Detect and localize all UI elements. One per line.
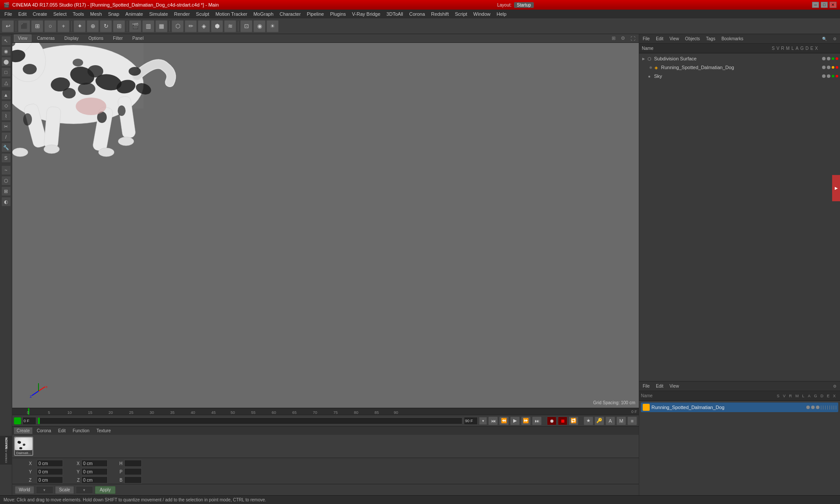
obj-menu-edit[interactable]: Edit — [654, 35, 665, 42]
polygon-mode-btn[interactable]: ○ — [44, 20, 56, 32]
viewport[interactable]: Perspective — [12, 43, 639, 408]
scale-button[interactable]: Scale — [55, 486, 74, 494]
frame-slider[interactable] — [38, 417, 462, 424]
viewport-settings-btn[interactable]: ⚙ — [619, 35, 627, 42]
hair-btn[interactable]: ≋ — [224, 20, 236, 32]
grid-tool[interactable]: ⊞ — [1, 186, 11, 196]
menu-simulate[interactable]: Simulate — [147, 10, 171, 18]
coord-scale-y-input[interactable] — [81, 468, 108, 475]
tab-options[interactable]: Options — [84, 35, 107, 42]
obj-menu-tags[interactable]: Tags — [704, 35, 717, 42]
obj-dot-red[interactable] — [836, 57, 838, 60]
obj-dot-dog-yellow[interactable] — [832, 66, 834, 69]
sculpt-btn[interactable]: ◈ — [198, 20, 210, 32]
attr-menu-file[interactable]: File — [641, 383, 651, 389]
material-dalmatian[interactable]: Dalmati... — [14, 437, 33, 456]
obj-dot-dog-grey2[interactable] — [827, 66, 830, 69]
transform-tool-btn[interactable]: ⊞ — [113, 20, 125, 32]
attr-settings-icon[interactable]: ⚙ — [831, 384, 838, 388]
world-dropdown[interactable]: ▾ — [36, 486, 53, 494]
move-tool-btn[interactable]: ✦ — [74, 20, 86, 32]
restore-button[interactable]: □ — [821, 2, 828, 8]
menu-select[interactable]: Select — [51, 10, 70, 18]
world-button[interactable]: World — [15, 486, 34, 494]
obj-settings-icon[interactable]: ⚙ — [831, 37, 838, 41]
texture-btn[interactable]: ⬢ — [211, 20, 223, 32]
loop-select[interactable]: ⬤ — [1, 57, 11, 66]
attr-dot-1[interactable] — [806, 406, 810, 409]
fps-selector[interactable]: ▾ — [479, 417, 487, 425]
coord-z-input[interactable] — [37, 476, 63, 483]
menu-character[interactable]: Character — [277, 10, 303, 18]
obj-dot-sky-grey2[interactable] — [827, 74, 830, 78]
menu-help[interactable]: Help — [494, 10, 509, 18]
light-btn[interactable]: ☀ — [266, 20, 279, 32]
start-frame-input[interactable] — [22, 417, 36, 425]
scale-dropdown[interactable]: ▾ — [76, 486, 93, 494]
obj-menu-view[interactable]: View — [668, 35, 681, 42]
bevel-tool[interactable]: ◇ — [1, 101, 11, 110]
render-to-po-btn[interactable]: ▦ — [155, 20, 168, 32]
menu-create[interactable]: Create — [30, 10, 50, 18]
goto-end-btn[interactable]: ⏭ — [532, 416, 542, 425]
expand-icon[interactable]: ▶ — [641, 56, 646, 61]
menu-edit[interactable]: Edit — [16, 10, 29, 18]
object-mode-btn[interactable]: ⊞ — [31, 20, 43, 32]
attr-menu-view[interactable]: View — [668, 383, 681, 389]
menu-snap[interactable]: Snap — [105, 10, 122, 18]
render-view-btn[interactable]: 🎬 — [129, 20, 141, 32]
smooth-tool[interactable]: ~ — [1, 165, 11, 175]
obj-menu-objects[interactable]: Objects — [683, 35, 702, 42]
select-tool[interactable]: ↖ — [1, 36, 11, 46]
menu-pipeline[interactable]: Pipeline — [304, 10, 326, 18]
record-btn[interactable]: ⏺ — [547, 416, 556, 425]
attr-dot-2[interactable] — [811, 406, 815, 409]
knife-tool[interactable]: ✂ — [1, 122, 11, 131]
menu-animate[interactable]: Animate — [123, 10, 146, 18]
mat-tab-texture[interactable]: Texture — [94, 427, 113, 434]
play-btn[interactable]: ▶ — [510, 416, 520, 425]
far-right-tab[interactable]: ▶ — [832, 175, 840, 201]
minimize-button[interactable]: ─ — [812, 2, 819, 8]
scene-btn[interactable]: ◉ — [253, 20, 266, 32]
line-tool[interactable]: / — [1, 132, 11, 142]
cube-btn[interactable]: ⬡ — [172, 20, 184, 32]
menu-mograph[interactable]: MoGraph — [251, 10, 276, 18]
menu-tools[interactable]: Tools — [70, 10, 87, 18]
viewport-btn[interactable]: ⊡ — [240, 20, 252, 32]
obj-row-dog[interactable]: ⊕ ◈ Running_Spotted_Dalmatian_Dog — [639, 63, 840, 72]
tab-display[interactable]: Display — [60, 35, 83, 42]
menu-corona[interactable]: Corona — [406, 10, 427, 18]
key-btn[interactable]: 🔑 — [595, 416, 604, 425]
close-button[interactable]: ✕ — [830, 2, 836, 8]
mirror-tool[interactable]: ⬡ — [1, 176, 11, 186]
menu-redshift[interactable]: Redshift — [428, 10, 451, 18]
mat-tab-corona[interactable]: Corona — [34, 427, 54, 434]
render-region-btn[interactable]: ▥ — [142, 20, 154, 32]
obj-dot-sky-grey[interactable] — [822, 74, 826, 78]
loop-btn[interactable]: 🔁 — [569, 416, 578, 425]
play-back-btn[interactable]: ⏪ — [499, 416, 509, 425]
apply-button[interactable]: Apply — [95, 486, 116, 494]
menu-file[interactable]: File — [2, 10, 15, 18]
menu-script[interactable]: Script — [452, 10, 470, 18]
menu-vray[interactable]: V-Ray Bridge — [350, 10, 383, 18]
point-mode-btn[interactable]: + — [57, 20, 70, 32]
menu-motion-tracker[interactable]: Motion Tracker — [213, 10, 250, 18]
magnet-tool[interactable]: 🔧 — [1, 143, 11, 152]
attr-obj-dog-row[interactable]: Running_Spotted_Dalmatian_Dog | | | | | … — [641, 402, 838, 412]
menu-plugins[interactable]: Plugins — [327, 10, 348, 18]
timeline-bar[interactable]: 0 5 10 15 20 25 30 35 40 45 50 55 60 65 … — [12, 408, 639, 415]
menu-window[interactable]: Window — [471, 10, 493, 18]
obj-dot-dog-grey[interactable] — [822, 66, 826, 69]
coord-b-input[interactable] — [124, 476, 142, 483]
bridge-tool[interactable]: ⌇ — [1, 111, 11, 121]
obj-row-sky[interactable]: ▶ ● Sky — [639, 72, 840, 80]
tab-cameras[interactable]: Cameras — [33, 35, 59, 42]
menu-sculpt[interactable]: Sculpt — [193, 10, 212, 18]
spin-tool[interactable]: S — [1, 153, 11, 163]
end-frame-input[interactable] — [464, 417, 478, 425]
goto-start-btn[interactable]: ⏮ — [488, 416, 498, 425]
scale-tool-btn[interactable]: ⊕ — [87, 20, 99, 32]
play-forward-btn[interactable]: ⏩ — [521, 416, 531, 425]
